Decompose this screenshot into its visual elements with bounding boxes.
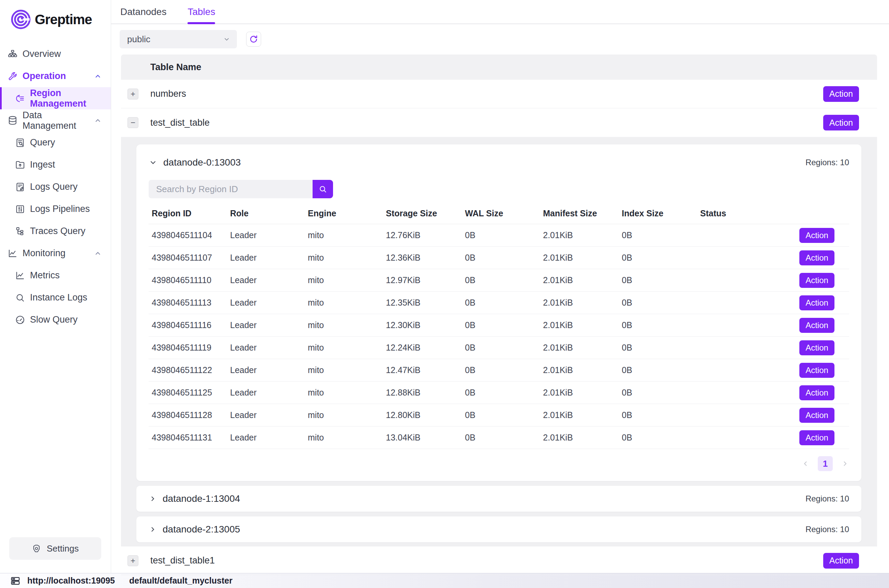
action-button[interactable]: Action	[799, 250, 835, 266]
action-button[interactable]: Action	[823, 553, 859, 568]
index-size: 0B	[622, 275, 700, 285]
index-size: 0B	[622, 298, 700, 308]
settings-button[interactable]: Settings	[9, 537, 101, 560]
storage-size: 12.35KiB	[386, 298, 465, 308]
engine: mito	[308, 410, 386, 420]
datanode-card-expanded: datanode-0:13003 Regions: 10 Region IDRo…	[136, 144, 861, 481]
collapse-button[interactable]: −	[128, 117, 138, 128]
action-button[interactable]: Action	[799, 430, 835, 445]
sidebar-item-traces-query[interactable]: Traces Query	[0, 220, 111, 242]
sidebar-item-label: Monitoring	[23, 248, 65, 259]
storage-size: 12.76KiB	[386, 230, 465, 240]
sidebar-item-monitoring[interactable]: Monitoring	[0, 242, 111, 264]
tables-table: Table Name + numbers Action − test_dist_…	[121, 54, 877, 575]
server-icon	[10, 576, 21, 586]
table-row: + numbers Action	[121, 80, 877, 108]
manifest-size: 2.01KiB	[543, 410, 622, 420]
wal-size: 0B	[465, 433, 543, 442]
tab-tables[interactable]: Tables	[188, 0, 215, 24]
action-button[interactable]: Action	[799, 340, 835, 356]
engine: mito	[308, 253, 386, 262]
table-row: − test_dist_table Action	[121, 108, 877, 137]
role: Leader	[230, 388, 308, 398]
chevron-up-icon	[94, 117, 102, 124]
refresh-button[interactable]	[246, 32, 261, 46]
manifest-size: 2.01KiB	[543, 388, 622, 398]
datanode-name: datanode-0:13003	[163, 157, 241, 168]
regions-count: Regions: 10	[805, 525, 849, 534]
action-button[interactable]: Action	[799, 363, 835, 378]
region-id: 4398046511122	[149, 365, 230, 375]
regions-count: Regions: 10	[805, 494, 849, 504]
storage-size: 12.36KiB	[386, 253, 465, 262]
action-button[interactable]: Action	[823, 115, 859, 130]
schema-select[interactable]: public	[120, 30, 237, 48]
datanode-card[interactable]: datanode-1:13004 Regions: 10	[136, 486, 861, 512]
expand-button[interactable]: +	[128, 88, 138, 99]
action-button[interactable]: Action	[799, 385, 835, 400]
sidebar-item-ingest[interactable]: Ingest	[0, 154, 111, 176]
action-button[interactable]: Action	[823, 86, 859, 102]
region-id: 4398046511107	[149, 253, 230, 262]
region-search-input[interactable]	[149, 180, 312, 198]
sidebar-item-label: Logs Pipelines	[30, 204, 90, 214]
document-edit-icon	[15, 182, 25, 192]
storage-size: 12.80KiB	[386, 410, 465, 420]
sidebar-item-overview[interactable]: Overview	[0, 43, 111, 65]
index-size: 0B	[622, 433, 700, 442]
region-id: 4398046511131	[149, 433, 230, 442]
sidebar-item-region-management[interactable]: Region Management	[0, 87, 111, 110]
region-table-header: Region IDRoleEngineStorage SizeWAL SizeM…	[149, 203, 849, 224]
manifest-size: 2.01KiB	[543, 433, 622, 442]
sidebar-item-query[interactable]: Query	[0, 132, 111, 154]
chevron-left-icon[interactable]	[801, 460, 809, 468]
manifest-size: 2.01KiB	[543, 298, 622, 308]
sidebar-item-slow-query[interactable]: Slow Query	[0, 309, 111, 331]
chevron-right-icon[interactable]	[841, 460, 849, 468]
sidebar-item-operation[interactable]: Operation	[0, 65, 111, 87]
pagination: 1	[149, 454, 849, 473]
column-status: Status	[700, 208, 779, 218]
role: Leader	[230, 365, 308, 375]
role: Leader	[230, 410, 308, 420]
chevron-down-icon	[222, 35, 231, 43]
manifest-size: 2.01KiB	[543, 230, 622, 240]
region-row: 4398046511119Leadermito12.24KiB0B2.01KiB…	[149, 337, 849, 359]
wal-size: 0B	[465, 343, 543, 352]
greptime-logo: Greptime	[0, 0, 111, 33]
sidebar-item-logs-query[interactable]: Logs Query	[0, 176, 111, 198]
action-button[interactable]: Action	[799, 273, 835, 288]
expand-button[interactable]: +	[128, 555, 138, 566]
region-row: 4398046511116Leadermito12.30KiB0B2.01KiB…	[149, 314, 849, 337]
manifest-size: 2.01KiB	[543, 275, 622, 285]
tab-datanodes[interactable]: Datanodes	[120, 0, 166, 24]
search-button[interactable]	[312, 180, 333, 198]
action-button[interactable]: Action	[799, 228, 835, 243]
manifest-size: 2.01KiB	[543, 253, 622, 262]
region-id: 4398046511128	[149, 410, 230, 420]
region-id: 4398046511110	[149, 275, 230, 285]
sidebar-item-label: Query	[30, 137, 55, 148]
main-content: Datanodes Tables public Table Name	[111, 0, 889, 573]
storage-size: 12.24KiB	[386, 343, 465, 352]
engine: mito	[308, 343, 386, 352]
server-url[interactable]: http://localhost:19095	[27, 576, 115, 586]
search-icon	[318, 184, 327, 194]
action-button[interactable]: Action	[799, 318, 835, 333]
search-icon	[15, 292, 25, 303]
datanode-header[interactable]: datanode-0:13003 Regions: 10	[149, 153, 849, 172]
datanode-card[interactable]: datanode-2:13005 Regions: 10	[136, 516, 861, 542]
sidebar-item-data-management[interactable]: Data Management	[0, 110, 111, 132]
sidebar-item-metrics[interactable]: Metrics	[0, 264, 111, 286]
sidebar-item-instance-logs[interactable]: Instance Logs	[0, 286, 111, 309]
wal-size: 0B	[465, 275, 543, 285]
action-button[interactable]: Action	[799, 408, 835, 423]
action-button[interactable]: Action	[799, 296, 835, 310]
sidebar-item-logs-pipelines[interactable]: Logs Pipelines	[0, 198, 111, 220]
gear-icon	[32, 544, 41, 553]
region-row: 4398046511122Leadermito12.47KiB0B2.01KiB…	[149, 359, 849, 381]
role: Leader	[230, 298, 308, 308]
page-number[interactable]: 1	[818, 456, 833, 471]
chart-line-icon	[8, 248, 18, 259]
storage-size: 12.97KiB	[386, 275, 465, 285]
